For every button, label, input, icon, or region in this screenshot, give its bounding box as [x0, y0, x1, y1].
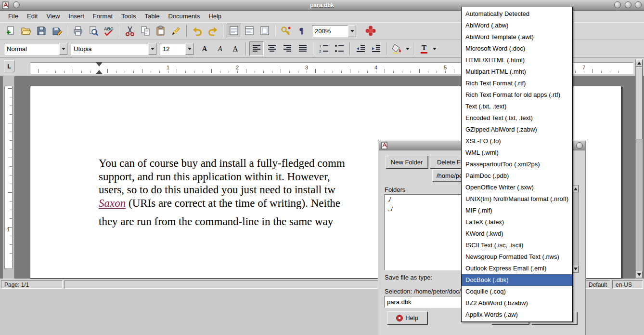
- vertical-scrollbar[interactable]: [635, 59, 643, 279]
- file-type-option[interactable]: AbiWord Template (.awt): [462, 31, 572, 43]
- file-type-option[interactable]: Newsgroup Formatted Text (.nws): [462, 251, 572, 263]
- file-type-option[interactable]: DocBook (.dbk): [462, 274, 572, 286]
- style-combo[interactable]: Normal: [4, 43, 67, 55]
- underline-button[interactable]: A: [228, 41, 243, 56]
- format-painter-button[interactable]: [169, 24, 183, 38]
- align-left-button[interactable]: [249, 41, 264, 56]
- numbered-list-button[interactable]: 12: [317, 41, 331, 56]
- spellcheck-button[interactable]: ABC: [102, 24, 116, 38]
- file-type-option[interactable]: Multipart HTML (.mht): [462, 66, 572, 78]
- files-list-scrollbar[interactable]: [572, 185, 579, 273]
- folders-list[interactable]: ./../: [384, 194, 470, 270]
- align-center-button[interactable]: [265, 41, 279, 56]
- align-right-button[interactable]: [280, 41, 295, 56]
- file-type-option[interactable]: Encoded Text (.txt, .text): [462, 112, 572, 124]
- scrollbar-thumb[interactable]: [636, 67, 643, 139]
- copy-button[interactable]: [138, 24, 153, 38]
- zoom-combo[interactable]: 200%: [312, 25, 356, 37]
- file-type-option[interactable]: HTML/XHTML (.html): [462, 54, 572, 66]
- highlight-dropdown-arrow[interactable]: [405, 41, 411, 56]
- font-color-dropdown-arrow[interactable]: [432, 41, 438, 56]
- minimize-button[interactable]: [614, 1, 621, 8]
- bold-button[interactable]: A: [197, 41, 212, 56]
- italic-button[interactable]: A: [213, 41, 227, 56]
- menu-item[interactable]: Help: [204, 11, 226, 21]
- file-type-option[interactable]: Text (.txt, .text): [462, 101, 572, 112]
- files-scroll-up-button[interactable]: [573, 186, 579, 192]
- print-preview-button[interactable]: [86, 24, 101, 38]
- file-type-option[interactable]: LaTeX (.latex): [462, 216, 572, 228]
- maximize-button[interactable]: [625, 1, 631, 8]
- font-size-dropdown-arrow[interactable]: [185, 43, 193, 55]
- file-type-option[interactable]: MIF (.mif): [462, 205, 572, 216]
- save-button[interactable]: [34, 24, 49, 38]
- menu-item[interactable]: Format: [89, 11, 117, 21]
- file-type-option[interactable]: PassepartoutToo (.xml2ps): [462, 159, 572, 170]
- increase-indent-button[interactable]: [369, 41, 383, 56]
- close-button[interactable]: [635, 1, 642, 8]
- folder-item[interactable]: ../: [385, 204, 469, 214]
- file-type-option[interactable]: XSL-FO (.fo): [462, 135, 572, 147]
- file-type-option[interactable]: OpenOffice Writer (.sxw): [462, 182, 572, 193]
- font-size-combo[interactable]: 12: [160, 43, 193, 55]
- left-indent-marker[interactable]: [96, 70, 103, 74]
- key-icon: [280, 25, 292, 37]
- file-type-option[interactable]: Applix Words (.aw): [462, 309, 572, 321]
- font-combo[interactable]: Utopia: [71, 43, 156, 55]
- file-type-option[interactable]: Automatically Detected: [462, 8, 572, 20]
- style-dropdown-arrow[interactable]: [59, 43, 67, 55]
- new-folder-button[interactable]: New Folder: [386, 156, 428, 168]
- file-type-option[interactable]: AbiWord (.abw): [462, 20, 572, 31]
- file-type-dropdown[interactable]: Automatically DetectedAbiWord (.abw)AbiW…: [461, 7, 573, 322]
- new-document-button[interactable]: [3, 24, 18, 38]
- file-type-option[interactable]: Coquille (.coq): [462, 286, 572, 297]
- show-formatting-button[interactable]: ¶: [294, 24, 309, 38]
- menu-item[interactable]: Edit: [23, 11, 42, 21]
- file-type-option[interactable]: UNIX(tm) Nroff/Manual format (.nroff): [462, 193, 572, 205]
- file-type-option[interactable]: Outlook Express Email (.eml): [462, 263, 572, 274]
- files-scroll-down-button[interactable]: [573, 266, 579, 272]
- save-as-button[interactable]: [50, 24, 64, 38]
- bullet-list-button[interactable]: [332, 41, 347, 56]
- cut-button[interactable]: [123, 24, 137, 38]
- file-type-option[interactable]: ISCII Text (.isc, .iscii): [462, 240, 572, 251]
- pilcrow-icon: ¶: [299, 26, 303, 36]
- saxon-hyperlink[interactable]: Saxon: [99, 197, 126, 209]
- paste-button[interactable]: [154, 24, 168, 38]
- scroll-down-button[interactable]: [636, 271, 643, 278]
- menu-item[interactable]: Table: [140, 11, 164, 21]
- help-button[interactable]: Help: [387, 311, 427, 324]
- menu-item[interactable]: Insert: [64, 11, 89, 21]
- web-view-button[interactable]: [242, 24, 257, 38]
- font-dropdown-arrow[interactable]: [148, 43, 156, 55]
- menu-item[interactable]: View: [42, 11, 64, 21]
- menu-item[interactable]: Documents: [164, 11, 205, 21]
- first-line-indent-marker[interactable]: [96, 62, 103, 67]
- file-type-option[interactable]: Rich Text Format for old apps (.rtf): [462, 89, 572, 101]
- align-justify-button[interactable]: [296, 41, 310, 56]
- open-button[interactable]: [19, 24, 33, 38]
- insert-link-button[interactable]: [279, 24, 293, 38]
- print-button[interactable]: [71, 24, 85, 38]
- dialog-close-button[interactable]: [576, 142, 583, 149]
- menu-item[interactable]: File: [4, 11, 23, 21]
- normal-view-button[interactable]: [227, 24, 241, 38]
- decrease-indent-button[interactable]: [353, 41, 368, 56]
- scroll-up-button[interactable]: [636, 59, 643, 67]
- file-type-option[interactable]: Microsoft Word (.doc): [462, 43, 572, 54]
- redo-button[interactable]: [206, 24, 220, 38]
- folder-item[interactable]: ./: [385, 195, 469, 204]
- file-type-option[interactable]: Rich Text Format (.rtf): [462, 78, 572, 89]
- file-type-option[interactable]: KWord (.kwd): [462, 228, 572, 240]
- menu-item[interactable]: Tools: [117, 11, 140, 21]
- undo-button[interactable]: [190, 24, 205, 38]
- file-type-option[interactable]: PalmDoc (.pdb): [462, 170, 572, 182]
- file-type-option[interactable]: WML (.wml): [462, 147, 572, 159]
- highlight-button[interactable]: [390, 41, 404, 56]
- zoom-dropdown-arrow[interactable]: [348, 25, 356, 37]
- file-type-option[interactable]: GZipped AbiWord (.zabw): [462, 124, 572, 135]
- font-color-button[interactable]: T: [417, 41, 431, 56]
- print-view-button[interactable]: [258, 24, 272, 38]
- file-type-option[interactable]: BZ2 AbiWord (.bzabw): [462, 297, 572, 309]
- tab-selector[interactable]: L: [4, 60, 14, 72]
